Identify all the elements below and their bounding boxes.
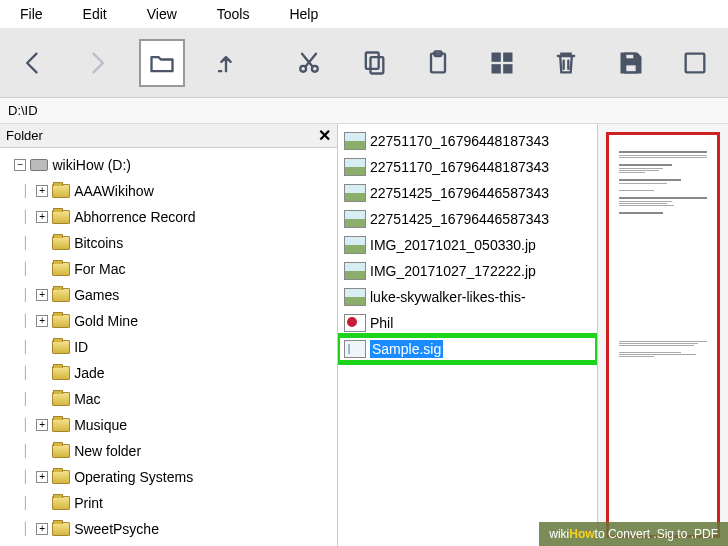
- delete-button[interactable]: [543, 39, 589, 87]
- svg-rect-8: [493, 65, 500, 72]
- tree-item[interactable]: │ Jade: [0, 360, 337, 386]
- folder-icon: [52, 392, 70, 406]
- tree-item-label: For Mac: [74, 261, 125, 277]
- file-list[interactable]: 22751170_1679644818734322751170_16796448…: [338, 124, 598, 546]
- cut-button[interactable]: [286, 39, 332, 87]
- expand-toggle[interactable]: +: [36, 211, 48, 223]
- svg-rect-6: [493, 53, 500, 60]
- drive-icon: [30, 159, 48, 171]
- save-button[interactable]: [608, 39, 654, 87]
- menu-tools[interactable]: Tools: [217, 6, 250, 22]
- menu-edit[interactable]: Edit: [83, 6, 107, 22]
- tree-item[interactable]: │ ID: [0, 334, 337, 360]
- open-folder-button[interactable]: [139, 39, 185, 87]
- folder-icon: [52, 418, 70, 432]
- folder-icon: [52, 522, 70, 536]
- expand-toggle[interactable]: +: [36, 523, 48, 535]
- expand-toggle[interactable]: +: [36, 471, 48, 483]
- svg-rect-3: [370, 57, 383, 73]
- file-name: IMG_20171021_050330.jp: [370, 237, 536, 253]
- tree-item[interactable]: │ For Mac: [0, 256, 337, 282]
- folder-tree[interactable]: −wikiHow (D:) │ +AAAWikihow │ +Abhorrenc…: [0, 148, 337, 546]
- img-thumb-icon: [344, 288, 366, 306]
- tree-item-label: SweetPsyche: [74, 521, 159, 537]
- file-item[interactable]: IMG_20171021_050330.jp: [338, 232, 597, 258]
- tree-item-label: Operating Systems: [74, 469, 193, 485]
- svg-rect-11: [625, 64, 637, 72]
- expand-toggle[interactable]: +: [36, 289, 48, 301]
- tree-item[interactable]: │ +AAAWikihow: [0, 178, 337, 204]
- tree-item-label: New folder: [74, 443, 141, 459]
- back-button[interactable]: [10, 39, 56, 87]
- doc-thumb-icon: [344, 340, 366, 358]
- folder-icon: [52, 236, 70, 250]
- tree-item[interactable]: │ +Gold Mine: [0, 308, 337, 334]
- tree-item[interactable]: │ Mac: [0, 386, 337, 412]
- folder-panel-title: Folder: [6, 128, 43, 143]
- img-thumb-icon: [344, 262, 366, 280]
- file-name: luke-skywalker-likes-this-: [370, 289, 526, 305]
- svg-rect-2: [365, 52, 378, 68]
- folder-icon: [52, 470, 70, 484]
- tree-item-label: Abhorrence Record: [74, 209, 195, 225]
- pdf-thumb-icon: [344, 314, 366, 332]
- tree-item[interactable]: │ Bitcoins: [0, 230, 337, 256]
- folder-icon: [52, 444, 70, 458]
- copy-button[interactable]: [350, 39, 396, 87]
- expand-toggle[interactable]: +: [36, 185, 48, 197]
- tree-item-label: Mac: [74, 391, 100, 407]
- path-bar[interactable]: D:\ID: [0, 98, 728, 124]
- folder-icon: [52, 210, 70, 224]
- img-thumb-icon: [344, 210, 366, 228]
- file-name: 22751170_16796448187343: [370, 159, 549, 175]
- tree-item-label: Games: [74, 287, 119, 303]
- menu-help[interactable]: Help: [289, 6, 318, 22]
- folder-icon: [52, 340, 70, 354]
- folder-panel: Folder ✕ −wikiHow (D:) │ +AAAWikihow │ +…: [0, 124, 338, 546]
- folder-icon: [52, 314, 70, 328]
- menu-view[interactable]: View: [147, 6, 177, 22]
- file-item[interactable]: 22751170_16796448187343: [338, 128, 597, 154]
- up-button[interactable]: [203, 39, 249, 87]
- file-item[interactable]: IMG_20171027_172222.jp: [338, 258, 597, 284]
- tree-item[interactable]: │ Print: [0, 490, 337, 516]
- tree-item[interactable]: │ +Musique: [0, 412, 337, 438]
- grid-view-button[interactable]: [479, 39, 525, 87]
- tree-item-label: Gold Mine: [74, 313, 138, 329]
- expand-toggle[interactable]: +: [36, 419, 48, 431]
- file-item[interactable]: luke-skywalker-likes-this-: [338, 284, 597, 310]
- tree-item[interactable]: │ New folder: [0, 438, 337, 464]
- watermark: wikiHow to Convert .Sig to .PDF: [539, 522, 728, 546]
- new-window-button[interactable]: [672, 39, 718, 87]
- preview-panel: [598, 124, 728, 546]
- img-thumb-icon: [344, 158, 366, 176]
- tree-item-label: ID: [74, 339, 88, 355]
- tree-item[interactable]: │ +Operating Systems: [0, 464, 337, 490]
- svg-rect-10: [625, 53, 634, 59]
- tree-item-label: Bitcoins: [74, 235, 123, 251]
- img-thumb-icon: [344, 236, 366, 254]
- file-item[interactable]: 22751425_16796446587343: [338, 180, 597, 206]
- tree-item[interactable]: │ +Games: [0, 282, 337, 308]
- file-name: 22751425_16796446587343: [370, 211, 549, 227]
- file-name: IMG_20171027_172222.jp: [370, 263, 536, 279]
- folder-icon: [52, 262, 70, 276]
- svg-rect-12: [686, 53, 705, 72]
- file-item[interactable]: Phil: [338, 310, 597, 336]
- tree-item[interactable]: │ +SweetPsyche: [0, 516, 337, 542]
- file-item-selected[interactable]: Sample.sig: [338, 336, 597, 362]
- tree-root[interactable]: −wikiHow (D:): [0, 152, 337, 178]
- file-item[interactable]: 22751425_16796446587343: [338, 206, 597, 232]
- folder-panel-close[interactable]: ✕: [318, 126, 331, 145]
- expand-toggle[interactable]: +: [36, 315, 48, 327]
- forward-button[interactable]: [74, 39, 120, 87]
- tree-item-label: Musique: [74, 417, 127, 433]
- paste-button[interactable]: [415, 39, 461, 87]
- toolbar: [0, 28, 728, 98]
- menu-file[interactable]: File: [20, 6, 43, 22]
- file-item[interactable]: 22751170_16796448187343: [338, 154, 597, 180]
- svg-rect-7: [504, 53, 511, 60]
- img-thumb-icon: [344, 184, 366, 202]
- menu-bar: File Edit View Tools Help: [0, 0, 728, 28]
- tree-item[interactable]: │ +Abhorrence Record: [0, 204, 337, 230]
